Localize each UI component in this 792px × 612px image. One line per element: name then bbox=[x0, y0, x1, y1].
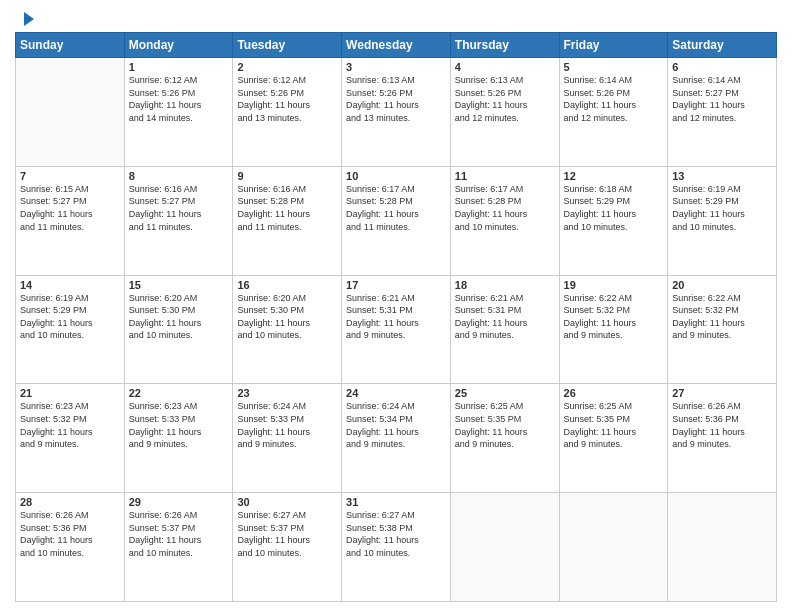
day-number: 31 bbox=[346, 496, 446, 508]
calendar-cell: 9Sunrise: 6:16 AM Sunset: 5:28 PM Daylig… bbox=[233, 166, 342, 275]
day-info: Sunrise: 6:16 AM Sunset: 5:28 PM Dayligh… bbox=[237, 183, 337, 233]
calendar-cell: 27Sunrise: 6:26 AM Sunset: 5:36 PM Dayli… bbox=[668, 384, 777, 493]
day-number: 3 bbox=[346, 61, 446, 73]
calendar-cell: 4Sunrise: 6:13 AM Sunset: 5:26 PM Daylig… bbox=[450, 58, 559, 167]
day-number: 21 bbox=[20, 387, 120, 399]
day-number: 15 bbox=[129, 279, 229, 291]
calendar-cell: 5Sunrise: 6:14 AM Sunset: 5:26 PM Daylig… bbox=[559, 58, 668, 167]
day-number: 25 bbox=[455, 387, 555, 399]
calendar-cell bbox=[559, 493, 668, 602]
week-row-2: 7Sunrise: 6:15 AM Sunset: 5:27 PM Daylig… bbox=[16, 166, 777, 275]
day-info: Sunrise: 6:12 AM Sunset: 5:26 PM Dayligh… bbox=[129, 74, 229, 124]
svg-marker-0 bbox=[24, 12, 34, 26]
day-number: 26 bbox=[564, 387, 664, 399]
day-info: Sunrise: 6:13 AM Sunset: 5:26 PM Dayligh… bbox=[455, 74, 555, 124]
page: SundayMondayTuesdayWednesdayThursdayFrid… bbox=[0, 0, 792, 612]
day-info: Sunrise: 6:24 AM Sunset: 5:33 PM Dayligh… bbox=[237, 400, 337, 450]
weekday-header-monday: Monday bbox=[124, 33, 233, 58]
calendar-cell: 2Sunrise: 6:12 AM Sunset: 5:26 PM Daylig… bbox=[233, 58, 342, 167]
day-number: 7 bbox=[20, 170, 120, 182]
day-number: 5 bbox=[564, 61, 664, 73]
calendar-cell: 15Sunrise: 6:20 AM Sunset: 5:30 PM Dayli… bbox=[124, 275, 233, 384]
day-number: 8 bbox=[129, 170, 229, 182]
day-number: 4 bbox=[455, 61, 555, 73]
calendar-cell: 3Sunrise: 6:13 AM Sunset: 5:26 PM Daylig… bbox=[342, 58, 451, 167]
day-number: 22 bbox=[129, 387, 229, 399]
calendar-cell: 6Sunrise: 6:14 AM Sunset: 5:27 PM Daylig… bbox=[668, 58, 777, 167]
header bbox=[15, 10, 777, 26]
weekday-header-sunday: Sunday bbox=[16, 33, 125, 58]
day-info: Sunrise: 6:14 AM Sunset: 5:26 PM Dayligh… bbox=[564, 74, 664, 124]
weekday-header-wednesday: Wednesday bbox=[342, 33, 451, 58]
day-info: Sunrise: 6:15 AM Sunset: 5:27 PM Dayligh… bbox=[20, 183, 120, 233]
day-info: Sunrise: 6:12 AM Sunset: 5:26 PM Dayligh… bbox=[237, 74, 337, 124]
calendar-cell: 30Sunrise: 6:27 AM Sunset: 5:37 PM Dayli… bbox=[233, 493, 342, 602]
day-info: Sunrise: 6:16 AM Sunset: 5:27 PM Dayligh… bbox=[129, 183, 229, 233]
day-number: 27 bbox=[672, 387, 772, 399]
calendar-cell: 11Sunrise: 6:17 AM Sunset: 5:28 PM Dayli… bbox=[450, 166, 559, 275]
calendar-cell: 21Sunrise: 6:23 AM Sunset: 5:32 PM Dayli… bbox=[16, 384, 125, 493]
day-info: Sunrise: 6:26 AM Sunset: 5:36 PM Dayligh… bbox=[672, 400, 772, 450]
day-info: Sunrise: 6:24 AM Sunset: 5:34 PM Dayligh… bbox=[346, 400, 446, 450]
day-number: 30 bbox=[237, 496, 337, 508]
week-row-5: 28Sunrise: 6:26 AM Sunset: 5:36 PM Dayli… bbox=[16, 493, 777, 602]
day-info: Sunrise: 6:27 AM Sunset: 5:38 PM Dayligh… bbox=[346, 509, 446, 559]
day-number: 29 bbox=[129, 496, 229, 508]
day-info: Sunrise: 6:13 AM Sunset: 5:26 PM Dayligh… bbox=[346, 74, 446, 124]
calendar-cell: 19Sunrise: 6:22 AM Sunset: 5:32 PM Dayli… bbox=[559, 275, 668, 384]
calendar-cell: 16Sunrise: 6:20 AM Sunset: 5:30 PM Dayli… bbox=[233, 275, 342, 384]
calendar-cell: 14Sunrise: 6:19 AM Sunset: 5:29 PM Dayli… bbox=[16, 275, 125, 384]
calendar-cell bbox=[668, 493, 777, 602]
day-info: Sunrise: 6:25 AM Sunset: 5:35 PM Dayligh… bbox=[564, 400, 664, 450]
calendar-cell: 1Sunrise: 6:12 AM Sunset: 5:26 PM Daylig… bbox=[124, 58, 233, 167]
calendar-cell: 26Sunrise: 6:25 AM Sunset: 5:35 PM Dayli… bbox=[559, 384, 668, 493]
day-info: Sunrise: 6:23 AM Sunset: 5:32 PM Dayligh… bbox=[20, 400, 120, 450]
day-info: Sunrise: 6:20 AM Sunset: 5:30 PM Dayligh… bbox=[237, 292, 337, 342]
day-number: 9 bbox=[237, 170, 337, 182]
day-number: 24 bbox=[346, 387, 446, 399]
day-info: Sunrise: 6:26 AM Sunset: 5:36 PM Dayligh… bbox=[20, 509, 120, 559]
week-row-4: 21Sunrise: 6:23 AM Sunset: 5:32 PM Dayli… bbox=[16, 384, 777, 493]
day-info: Sunrise: 6:20 AM Sunset: 5:30 PM Dayligh… bbox=[129, 292, 229, 342]
calendar-cell: 31Sunrise: 6:27 AM Sunset: 5:38 PM Dayli… bbox=[342, 493, 451, 602]
day-number: 14 bbox=[20, 279, 120, 291]
day-info: Sunrise: 6:26 AM Sunset: 5:37 PM Dayligh… bbox=[129, 509, 229, 559]
calendar-cell: 12Sunrise: 6:18 AM Sunset: 5:29 PM Dayli… bbox=[559, 166, 668, 275]
day-number: 13 bbox=[672, 170, 772, 182]
calendar-body: 1Sunrise: 6:12 AM Sunset: 5:26 PM Daylig… bbox=[16, 58, 777, 602]
day-info: Sunrise: 6:19 AM Sunset: 5:29 PM Dayligh… bbox=[672, 183, 772, 233]
day-info: Sunrise: 6:27 AM Sunset: 5:37 PM Dayligh… bbox=[237, 509, 337, 559]
day-number: 2 bbox=[237, 61, 337, 73]
calendar-cell: 22Sunrise: 6:23 AM Sunset: 5:33 PM Dayli… bbox=[124, 384, 233, 493]
day-number: 18 bbox=[455, 279, 555, 291]
logo-arrow-icon bbox=[16, 8, 38, 30]
day-number: 23 bbox=[237, 387, 337, 399]
calendar-cell: 24Sunrise: 6:24 AM Sunset: 5:34 PM Dayli… bbox=[342, 384, 451, 493]
calendar-cell: 23Sunrise: 6:24 AM Sunset: 5:33 PM Dayli… bbox=[233, 384, 342, 493]
day-info: Sunrise: 6:14 AM Sunset: 5:27 PM Dayligh… bbox=[672, 74, 772, 124]
day-number: 10 bbox=[346, 170, 446, 182]
weekday-header-saturday: Saturday bbox=[668, 33, 777, 58]
calendar-cell: 20Sunrise: 6:22 AM Sunset: 5:32 PM Dayli… bbox=[668, 275, 777, 384]
day-number: 11 bbox=[455, 170, 555, 182]
calendar-cell: 28Sunrise: 6:26 AM Sunset: 5:36 PM Dayli… bbox=[16, 493, 125, 602]
day-number: 6 bbox=[672, 61, 772, 73]
calendar-cell: 7Sunrise: 6:15 AM Sunset: 5:27 PM Daylig… bbox=[16, 166, 125, 275]
day-info: Sunrise: 6:21 AM Sunset: 5:31 PM Dayligh… bbox=[346, 292, 446, 342]
day-info: Sunrise: 6:25 AM Sunset: 5:35 PM Dayligh… bbox=[455, 400, 555, 450]
calendar-cell bbox=[450, 493, 559, 602]
week-row-1: 1Sunrise: 6:12 AM Sunset: 5:26 PM Daylig… bbox=[16, 58, 777, 167]
calendar-cell: 29Sunrise: 6:26 AM Sunset: 5:37 PM Dayli… bbox=[124, 493, 233, 602]
day-info: Sunrise: 6:19 AM Sunset: 5:29 PM Dayligh… bbox=[20, 292, 120, 342]
logo bbox=[15, 10, 38, 26]
weekday-header-thursday: Thursday bbox=[450, 33, 559, 58]
day-number: 16 bbox=[237, 279, 337, 291]
day-info: Sunrise: 6:17 AM Sunset: 5:28 PM Dayligh… bbox=[346, 183, 446, 233]
day-number: 17 bbox=[346, 279, 446, 291]
week-row-3: 14Sunrise: 6:19 AM Sunset: 5:29 PM Dayli… bbox=[16, 275, 777, 384]
day-info: Sunrise: 6:22 AM Sunset: 5:32 PM Dayligh… bbox=[564, 292, 664, 342]
calendar-cell bbox=[16, 58, 125, 167]
day-info: Sunrise: 6:23 AM Sunset: 5:33 PM Dayligh… bbox=[129, 400, 229, 450]
calendar-cell: 17Sunrise: 6:21 AM Sunset: 5:31 PM Dayli… bbox=[342, 275, 451, 384]
calendar-cell: 10Sunrise: 6:17 AM Sunset: 5:28 PM Dayli… bbox=[342, 166, 451, 275]
